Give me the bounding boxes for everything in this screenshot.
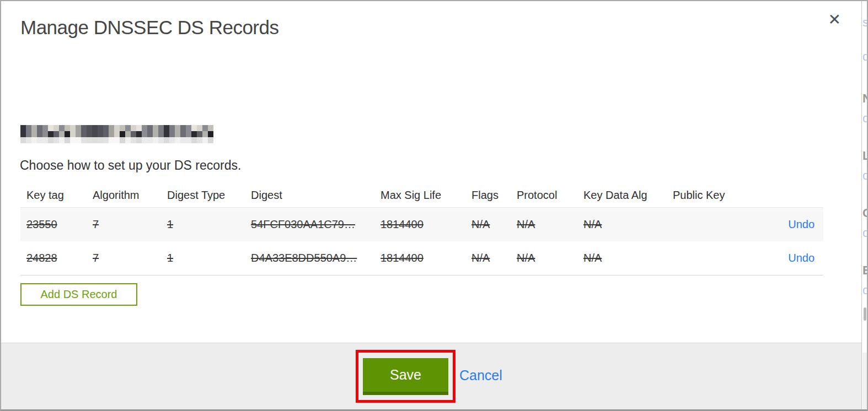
col-algorithm: Algorithm xyxy=(87,189,161,202)
setup-instruction: Choose how to set up your DS records. xyxy=(20,158,241,173)
cell-protocol: N/A xyxy=(511,218,577,231)
undo-link[interactable]: Undo xyxy=(788,218,815,230)
background-text-fragment: o xyxy=(862,284,867,296)
table-row: 24828 7 1 D4A33E8DD550A9… 1814400 N/A N/… xyxy=(20,241,823,275)
col-flags: Flags xyxy=(465,189,511,202)
cell-key-tag: 24828 xyxy=(20,252,87,264)
cell-max-sig-life: 1814400 xyxy=(374,252,465,264)
cell-digest-type: 1 xyxy=(161,218,245,231)
close-icon[interactable]: ✕ xyxy=(828,12,841,28)
background-text-fragment: L xyxy=(862,150,867,162)
cell-digest-type: 1 xyxy=(161,252,245,264)
cell-digest: 54FCF030AA1C79… xyxy=(245,218,374,231)
table-row: 23550 7 1 54FCF030AA1C79… 1814400 N/A N/… xyxy=(20,207,823,241)
background-text-fragment: o xyxy=(862,227,867,239)
col-key-tag: Key tag xyxy=(20,189,87,202)
screenshot-frame: Manage DNSSEC DS Records ✕ Choose how to… xyxy=(0,0,868,411)
cell-protocol: N/A xyxy=(511,252,577,264)
background-text-fragment: E xyxy=(862,264,867,277)
modal-title: Manage DNSSEC DS Records xyxy=(20,17,278,39)
col-max-sig-life: Max Sig Life xyxy=(374,189,465,202)
background-text-fragment: d xyxy=(862,51,867,63)
scrollbar-thumb[interactable] xyxy=(864,307,866,321)
background-page-sliver: sdNoLoCoEo xyxy=(862,1,867,409)
cell-digest: D4A33E8DD550A9… xyxy=(245,252,374,264)
cell-max-sig-life: 1814400 xyxy=(374,218,465,231)
cell-algorithm: 7 xyxy=(87,218,161,231)
add-ds-record-button[interactable]: Add DS Record xyxy=(20,283,137,306)
background-text-fragment: C xyxy=(862,207,867,219)
background-text-fragment: N xyxy=(862,93,867,105)
dnssec-modal: Manage DNSSEC DS Records ✕ Choose how to… xyxy=(1,1,862,409)
cell-key-data-alg: N/A xyxy=(577,218,667,231)
cell-algorithm: 7 xyxy=(87,252,161,264)
cell-key-tag: 23550 xyxy=(20,218,87,231)
background-page-footer xyxy=(862,353,867,409)
background-text-fragment: o xyxy=(862,112,867,125)
col-digest-type: Digest Type xyxy=(161,189,245,202)
cancel-link[interactable]: Cancel xyxy=(459,367,502,383)
redacted-domain-name xyxy=(20,125,213,143)
ds-records-table: Key tag Algorithm Digest Type Digest Max… xyxy=(20,183,823,275)
cell-flags: N/A xyxy=(465,218,511,231)
col-protocol: Protocol xyxy=(511,189,577,202)
background-text-fragment: s xyxy=(862,17,867,29)
annotation-highlight-box: Save xyxy=(356,350,456,403)
cell-key-data-alg: N/A xyxy=(577,252,667,264)
undo-link[interactable]: Undo xyxy=(788,252,815,264)
background-text-fragment: o xyxy=(862,170,867,182)
save-button[interactable]: Save xyxy=(363,358,448,395)
table-header-row: Key tag Algorithm Digest Type Digest Max… xyxy=(20,183,823,207)
col-digest: Digest xyxy=(245,189,374,202)
cell-flags: N/A xyxy=(465,252,511,264)
col-public-key: Public Key xyxy=(667,189,779,202)
modal-footer: Save Cancel xyxy=(1,343,861,409)
col-key-data-alg: Key Data Alg xyxy=(577,189,667,202)
